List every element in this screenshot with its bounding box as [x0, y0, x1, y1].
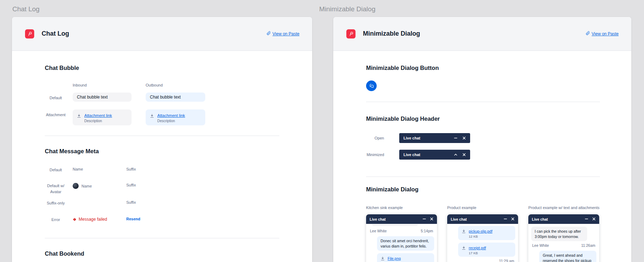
minimize-button[interactable] [504, 216, 507, 222]
attachment-link[interactable]: receipt.pdf [469, 246, 486, 250]
chat-bubble-inbound: Chat bubble text [73, 93, 132, 102]
download-icon [150, 113, 154, 119]
divider [45, 136, 279, 136]
close-button[interactable] [430, 216, 433, 222]
dialog-body: Lee White 5:14pm Donec sit amet orci hen… [366, 224, 437, 262]
error-icon [73, 218, 77, 221]
row-label-error: Error [45, 217, 67, 223]
row-label-open: Open [366, 136, 384, 140]
example-label-kitchen-sink: Kitchen sink example [366, 206, 437, 210]
meta-avatar-row: Default w/ Avatar Name Suffix [45, 183, 312, 195]
divider [366, 102, 600, 102]
section-heading-chat-message-meta: Chat Message Meta [45, 148, 312, 155]
meta-time: 11:29 am [451, 258, 514, 262]
view-on-paste-link[interactable]: View on Paste [267, 31, 300, 36]
download-icon [77, 113, 81, 119]
dialog-header-bar-minimized: Live chat [399, 150, 470, 160]
live-chat-title: Live chat [532, 217, 548, 221]
minus-icon [504, 216, 507, 222]
dialog-header-bar: Live chat [447, 214, 518, 224]
meta-name-text: Name [81, 184, 92, 188]
example-label-product: Product example [447, 206, 518, 210]
attachment-link[interactable]: pickup-slip.pdf [469, 229, 492, 233]
chat-bubble-default-row: Default Chat bubble text Chat bubble tex… [45, 93, 312, 102]
minimize-button[interactable] [423, 216, 426, 222]
meta-default-row: Default Name Suffix [45, 167, 312, 173]
attachment-size: 17 KB [469, 251, 486, 255]
meta-suffix-only-row: Suffix-only Suffix [45, 200, 312, 206]
attachment-link[interactable]: Attachment link [84, 113, 112, 118]
row-label-attachment: Attachment [45, 109, 67, 118]
row-label-default: Default [45, 167, 67, 173]
dialog-header-bar: Live chat [528, 214, 599, 224]
paperclip-icon [267, 31, 271, 36]
view-on-paste-link[interactable]: View on Paste [586, 31, 619, 36]
dialog-body: pickup-slip.pdf 12 KB receipt.pdf 17 KB [447, 226, 518, 262]
divider [366, 177, 600, 177]
minimize-button[interactable] [454, 136, 457, 141]
minus-icon [585, 216, 588, 222]
close-button[interactable] [592, 216, 596, 222]
attachment-bubble: receipt.pdf 17 KB [458, 243, 515, 257]
live-chat-title: Live chat [451, 217, 467, 221]
attachment-bubble-outbound: Attachment link Description [146, 109, 205, 125]
paste-logo-icon [346, 29, 356, 38]
chat-bubbles-icon [369, 83, 375, 89]
dialog-header-minimized-row: Minimized Live chat [366, 150, 631, 160]
attachment-size: 12 KB [469, 234, 492, 238]
close-button[interactable] [462, 136, 466, 141]
section-heading-minimizable-dialog: Minimizable Dialog [366, 186, 631, 193]
live-chat-dialog-product: Live chat pickup-slip.pdf 12 KB [447, 214, 518, 262]
meta-error-row: Error Message failed Resend [45, 217, 312, 223]
attachment-link[interactable]: Attachment link [157, 113, 185, 118]
section-heading-chat-bubble: Chat Bubble [45, 65, 312, 71]
page: Chat Log Minimizable Dialog Chat Log Vie… [0, 0, 644, 262]
download-icon [462, 245, 466, 251]
live-chat-dialog-kitchen-sink: Live chat Lee White 5:14pm Donec sit ame… [366, 214, 437, 262]
section-heading-dialog-header: Minimizable Dialog Header [366, 115, 631, 122]
paste-logo-icon [25, 29, 34, 38]
attachment-bubble: pickup-slip.pdf 12 KB [458, 226, 515, 240]
card-header: Chat Log View on Paste [12, 17, 312, 51]
chat-log-card: Chat Log View on Paste Chat Bubble Inbou… [12, 17, 312, 262]
example-dialogs: Live chat Lee White 5:14pm Donec sit ame… [366, 214, 631, 262]
live-chat-dialog-product-text: Live chat I can pick the shoes up after … [528, 214, 599, 262]
dialog-header-bar: Live chat [366, 214, 437, 224]
chevron-up-icon [454, 152, 457, 157]
close-icon [592, 216, 596, 222]
live-chat-title: Live chat [403, 136, 420, 140]
minimizable-dialog-button[interactable] [366, 81, 377, 91]
error-message-text: Message failed [79, 217, 107, 222]
paperclip-icon [586, 31, 590, 36]
meta-name-text: Name [73, 167, 126, 171]
message-bubble-outbound: Great, I went ahead and reserved the sho… [539, 251, 596, 262]
minimizable-dialog-card: Minimizable Dialog View on Paste Minimiz… [333, 17, 631, 262]
card-header: Minimizable Dialog View on Paste [333, 17, 631, 51]
bubble-column-headers: Inbound Outbound [45, 83, 312, 87]
expand-button[interactable] [454, 152, 457, 157]
column-header-outbound: Outbound [146, 83, 163, 87]
scrolled-message-bubble [372, 224, 418, 226]
close-icon [511, 216, 515, 222]
meta-name: Lee White [532, 243, 549, 248]
card-title: Minimizable Dialog [363, 30, 420, 37]
meta-time: 11:26am [581, 243, 595, 248]
attachment-link[interactable]: File.png [388, 256, 401, 261]
close-button[interactable] [511, 216, 515, 222]
close-button[interactable] [462, 152, 466, 157]
chat-log-body: Chat Bubble Inbound Outbound Default Cha… [12, 65, 312, 257]
resend-button[interactable]: Resend [126, 217, 140, 221]
live-chat-title: Live chat [370, 217, 386, 221]
chat-bubble-outbound: Chat bubble text [146, 93, 205, 102]
row-label-default-with-avatar: Default w/ Avatar [45, 183, 67, 195]
close-icon [462, 136, 466, 141]
avatar [73, 183, 79, 189]
row-label-minimized: Minimized [366, 153, 384, 157]
download-icon [462, 228, 466, 235]
minimize-button[interactable] [585, 216, 588, 222]
meta-time: 5:14pm [421, 229, 433, 233]
dialog-body: I can pick the shoes up after 3:00pm tod… [528, 227, 599, 262]
dialog-header-bar-open: Live chat [399, 133, 470, 143]
row-label-suffix-only: Suffix-only [45, 200, 67, 206]
example-labels: Kitchen sink example Product example Pro… [366, 206, 631, 210]
